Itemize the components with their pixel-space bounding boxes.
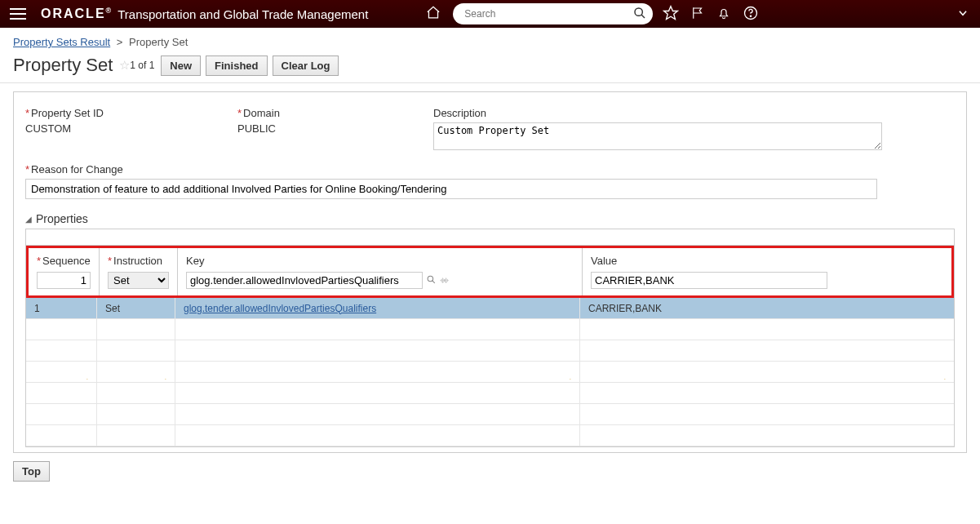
form-panel: *Property Set ID CUSTOM *Domain PUBLIC D… [13, 91, 967, 453]
clear-log-button[interactable]: Clear Log [273, 56, 339, 76]
app-header: ORACLE® Transportation and Global Trade … [0, 0, 980, 28]
cell-key-link[interactable]: glog.tender.allowedInvlovedPartiesQualif… [184, 303, 376, 314]
grid-body: 1 Set glog.tender.allowedInvlovedParties… [26, 298, 954, 446]
properties-section-header: ◢ Properties [25, 212, 955, 225]
search-box[interactable] [453, 3, 653, 24]
favorite-icon[interactable] [663, 5, 679, 24]
breadcrumb: Property Sets Result > Property Set [0, 28, 980, 53]
svg-point-0 [635, 8, 642, 16]
page-title: Property Set [13, 55, 113, 76]
expand-icon[interactable] [956, 7, 970, 21]
key-link-icon[interactable]: ⌖⌖ [440, 274, 446, 287]
table-row[interactable] [26, 383, 954, 404]
col-instruction-label: *Instruction [108, 255, 169, 267]
svg-line-6 [432, 280, 435, 282]
col-value-label: Value [591, 255, 943, 267]
flag-icon[interactable] [690, 5, 705, 24]
sequence-input[interactable] [37, 272, 91, 289]
svg-point-4 [751, 16, 752, 16]
breadcrumb-current: Property Set [129, 36, 188, 48]
breadcrumb-parent[interactable]: Property Sets Result [13, 36, 110, 48]
reason-input[interactable] [25, 179, 877, 199]
property-set-id-label: *Property Set ID [25, 107, 205, 119]
brand-logo: ORACLE® [41, 7, 111, 21]
table-row[interactable] [26, 404, 954, 425]
domain-value: PUBLIC [237, 122, 401, 135]
cell-sequence: 1 [26, 298, 96, 318]
col-sequence-label: *Sequence [37, 255, 91, 267]
reason-label: *Reason for Change [25, 163, 955, 175]
new-button[interactable]: New [161, 56, 201, 76]
titlebar: Property Set ☆ 1 of 1 New Finished Clear… [0, 53, 980, 83]
grid-input-row: *Sequence *Instruction Set Key ⌖⌖ Value [26, 246, 954, 298]
domain-label: *Domain [237, 107, 401, 119]
properties-section-title: Properties [36, 212, 88, 225]
table-row[interactable]: 1 Set glog.tender.allowedInvlovedParties… [26, 298, 954, 319]
value-input[interactable] [591, 272, 827, 289]
table-row[interactable]: .... [26, 362, 954, 383]
key-input[interactable] [186, 272, 423, 289]
breadcrumb-sep: > [117, 36, 123, 48]
table-row[interactable] [26, 340, 954, 362]
top-button[interactable]: Top [13, 461, 50, 482]
bell-icon[interactable] [716, 5, 731, 24]
cell-value: CARRIER,BANK [579, 298, 954, 318]
instruction-select[interactable]: Set [108, 272, 169, 289]
header-icons [663, 5, 759, 24]
properties-grid: *Sequence *Instruction Set Key ⌖⌖ Value [25, 229, 955, 447]
col-key-label: Key [186, 255, 574, 267]
help-icon[interactable] [743, 5, 759, 24]
finished-button[interactable]: Finished [206, 56, 267, 76]
collapse-icon[interactable]: ◢ [25, 215, 32, 224]
description-input[interactable] [433, 122, 882, 150]
key-search-icon[interactable] [426, 274, 437, 287]
svg-marker-2 [664, 6, 678, 19]
svg-line-1 [641, 15, 645, 18]
cell-instruction: Set [96, 298, 175, 318]
footer: Top [0, 453, 980, 490]
menu-icon[interactable] [10, 8, 26, 20]
app-title: Transportation and Global Trade Manageme… [118, 7, 368, 21]
record-counter: 1 of 1 [130, 60, 154, 71]
property-set-id-value: CUSTOM [25, 122, 205, 135]
home-icon[interactable] [425, 5, 441, 23]
search-icon[interactable] [633, 7, 646, 22]
description-label: Description [433, 107, 882, 119]
table-row[interactable] [26, 319, 954, 340]
table-row[interactable] [26, 425, 954, 446]
search-input[interactable] [464, 8, 633, 20]
favorite-star-icon[interactable]: ☆ [119, 58, 130, 73]
